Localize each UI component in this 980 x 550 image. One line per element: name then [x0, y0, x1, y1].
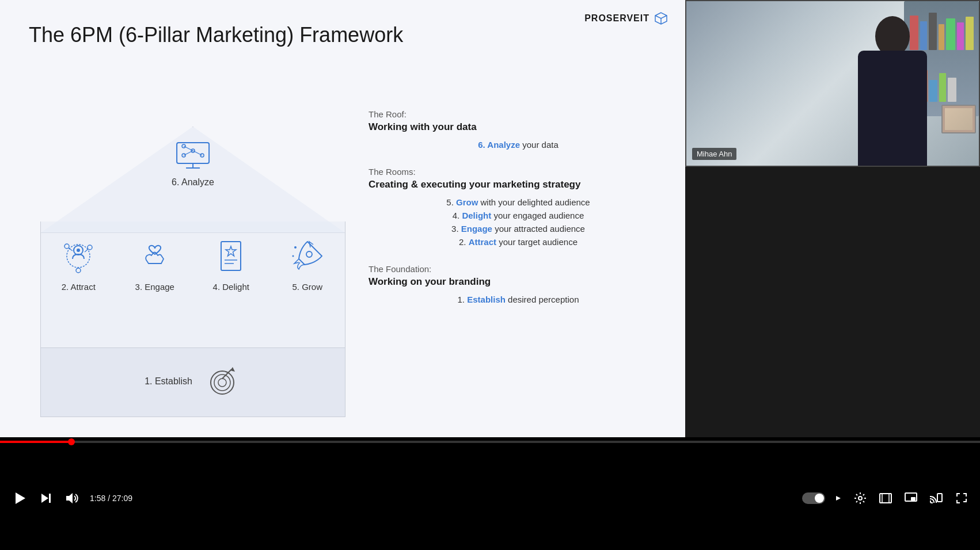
svg-line-8: [184, 151, 193, 155]
rooms-subtitle: The Rooms:: [369, 167, 668, 177]
attract-blue: Attract: [469, 237, 496, 247]
delight-icon: [211, 236, 251, 276]
analyze-section: 6. Analyze: [172, 138, 214, 188]
svg-marker-31: [16, 492, 25, 504]
svg-line-17: [85, 249, 88, 252]
svg-point-24: [294, 246, 297, 249]
analyze-icon: [172, 138, 214, 173]
svg-point-25: [292, 255, 294, 257]
webcam-overlay: Mihae Ahn: [685, 0, 980, 167]
foundation-main-title: Working on your branding: [369, 276, 668, 288]
controls-bottom: 1:58 / 27:09: [0, 446, 980, 550]
toggle-thumb: [815, 494, 824, 503]
attract-icon: [58, 236, 98, 276]
grow-item: 5. Grow: [287, 236, 328, 292]
cast-icon: [929, 491, 943, 505]
establish-icon: [204, 362, 241, 400]
svg-rect-41: [937, 494, 942, 502]
play-button[interactable]: [12, 490, 28, 506]
theater-button[interactable]: [879, 491, 892, 505]
controls-bar: 1:58 / 27:09: [0, 437, 980, 550]
progress-area[interactable]: [0, 437, 980, 446]
slide: The 6PM (6-Pillar Marketing) Framework P…: [0, 0, 685, 437]
person-name: Mihae Ahn: [697, 150, 732, 158]
svg-point-14: [88, 245, 92, 250]
foundation-section: The Foundation: Working on your branding…: [369, 264, 668, 304]
volume-icon: [64, 491, 78, 505]
webcam-bg: Mihae Ahn: [686, 1, 979, 166]
svg-marker-20: [226, 246, 236, 256]
progress-dot: [68, 438, 75, 445]
svg-line-18: [69, 248, 73, 251]
establish-section: 1. Establish: [40, 362, 345, 400]
right-content: The Roof: Working with your data 6. Anal…: [369, 109, 668, 322]
attract-item: 2. Attract: [58, 236, 98, 292]
play-icon: [12, 490, 28, 506]
fullscreen-icon: [955, 491, 968, 505]
rooms-section: The Rooms: Creating & executing your mar…: [369, 167, 668, 247]
toggle-track: [802, 492, 825, 504]
house-area: 6. Analyze: [17, 109, 369, 420]
rooms-item-3: 3. Engage your attracted audience: [369, 224, 668, 234]
grow-icon: [287, 236, 328, 276]
svg-rect-37: [880, 494, 891, 503]
video-container: The 6PM (6-Pillar Marketing) Framework P…: [0, 0, 685, 437]
establish-label: 1. Establish: [145, 376, 192, 387]
svg-line-10: [184, 146, 193, 151]
book-6: [957, 22, 964, 50]
roof-main-title: Working with your data: [369, 121, 668, 133]
svg-point-36: [859, 496, 862, 500]
settings-icon: [853, 491, 867, 505]
progress-bg: [0, 441, 980, 443]
slide-title: The 6PM (6-Pillar Marketing) Framework: [29, 23, 656, 47]
svg-point-13: [67, 245, 90, 268]
grow-blue: Grow: [456, 197, 478, 207]
pip-icon: [904, 491, 918, 505]
svg-point-23: [306, 251, 312, 257]
logo-icon: [654, 12, 668, 25]
grow-label: 5. Grow: [292, 282, 322, 292]
foundation-subtitle: The Foundation:: [369, 264, 668, 274]
theater-icon: [879, 491, 892, 505]
skip-button[interactable]: [39, 491, 53, 505]
pip-button[interactable]: [904, 491, 918, 505]
logo-area: PROSERVEIT: [584, 12, 668, 25]
analyze-label: 6. Analyze: [172, 177, 214, 188]
svg-marker-34: [66, 493, 73, 503]
svg-marker-32: [41, 494, 48, 503]
engage-blue: Engage: [461, 224, 492, 234]
delight-item: 4. Delight: [211, 236, 251, 292]
svg-line-9: [193, 151, 202, 155]
icons-row: 2. Attract 3. Engage: [40, 236, 345, 292]
svg-point-12: [77, 249, 80, 252]
establish-blue: Establish: [467, 295, 506, 304]
volume-button[interactable]: [64, 491, 78, 505]
controls-left: 1:58 / 27:09: [12, 490, 132, 506]
logo-text: PROSERVEIT: [584, 13, 649, 24]
engage-item: 3. Engage: [135, 236, 175, 292]
name-badge: Mihae Ahn: [692, 148, 736, 160]
svg-rect-40: [911, 497, 916, 501]
rooms-item-5: 5. Grow with your delighted audience: [369, 197, 668, 207]
engage-icon: [135, 236, 175, 276]
progress-fill: [0, 441, 71, 443]
skip-icon: [39, 491, 53, 505]
time-display: 1:58 / 27:09: [90, 494, 132, 503]
fullscreen-button[interactable]: [955, 491, 968, 505]
miniplayer-toggle[interactable]: [802, 491, 842, 505]
svg-point-15: [64, 244, 69, 249]
svg-point-27: [214, 375, 230, 391]
roof-item: 6. Analyze your data: [369, 140, 668, 150]
book-7: [966, 17, 974, 50]
svg-point-28: [218, 379, 226, 387]
roof-section: The Roof: Working with your data 6. Anal…: [369, 109, 668, 150]
cast-button[interactable]: [929, 491, 943, 505]
settings-button[interactable]: [853, 491, 867, 505]
svg-rect-38: [882, 494, 889, 503]
miniplayer-icon: [828, 491, 842, 505]
rooms-item-4: 4. Delight your engaged audience: [369, 211, 668, 220]
body: [858, 51, 927, 166]
rooms-item-2: 2. Attract your target audience: [369, 237, 668, 247]
roof-blue: 6. Analyze: [478, 140, 520, 150]
foundation-item: 1. Establish desired perception: [369, 295, 668, 304]
